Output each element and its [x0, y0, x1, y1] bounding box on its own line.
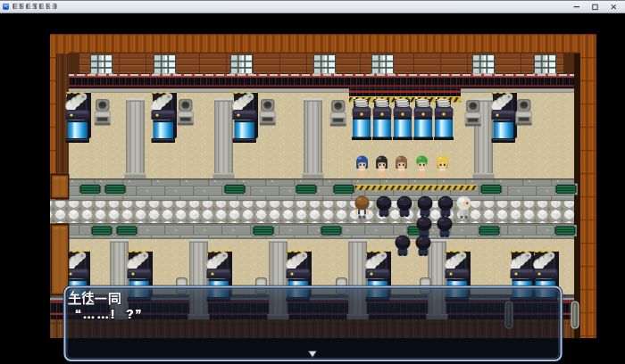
svg-text:“……! ?”: “……! ?”: [75, 307, 143, 321]
